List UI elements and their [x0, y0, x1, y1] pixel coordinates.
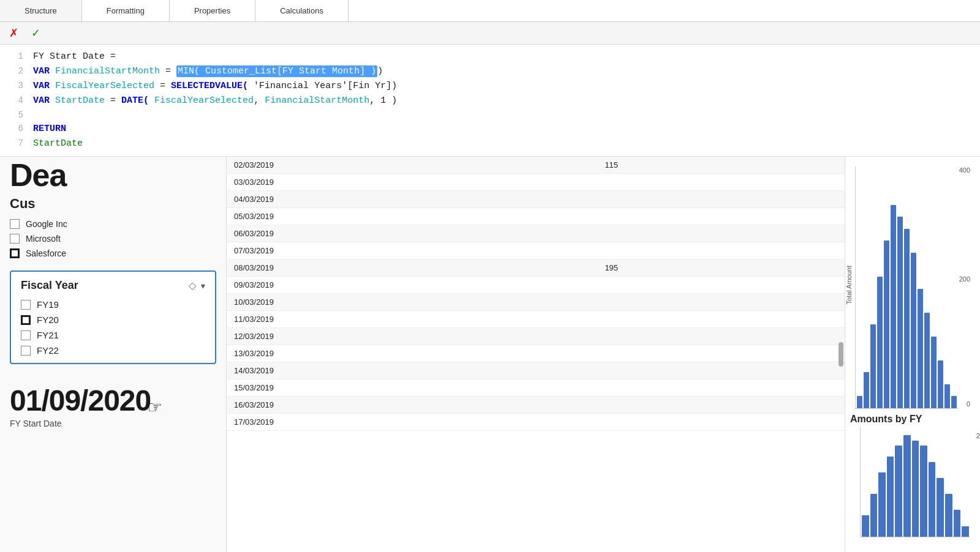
chart-bar-3: [877, 277, 883, 408]
date-cell: 15/03/2019: [227, 379, 597, 397]
code-line-content-4: VAR StartDate = DATE( FiscalYearSelected…: [33, 94, 975, 108]
diamond-icon[interactable]: ◇: [189, 280, 196, 291]
nav-structure[interactable]: Structure: [0, 0, 82, 21]
amount-cell: [597, 225, 845, 242]
fy-checkbox[interactable]: [21, 346, 31, 356]
table-row: 03/03/2019: [227, 174, 845, 191]
fiscal-year-card: Fiscal Year ◇ ▾ FY19FY20FY21FY22: [10, 270, 216, 364]
amount-cell: 195: [597, 259, 845, 277]
fiscal-year-list: FY19FY20FY21FY22: [21, 299, 205, 356]
nav-properties[interactable]: Properties: [170, 0, 255, 21]
data-table: 02/03/201911503/03/201904/03/201905/03/2…: [227, 157, 845, 431]
customer-item[interactable]: Microsoft: [10, 231, 216, 246]
amount-cell: 115: [597, 157, 845, 174]
date-value: 01/09/2020: [10, 384, 216, 417]
chart-bar-2: [870, 324, 876, 408]
chart-bar-0: [857, 396, 862, 408]
fy-item[interactable]: FY19: [21, 299, 205, 310]
amount-cell: [597, 277, 845, 294]
table-row: 09/03/2019: [227, 277, 845, 294]
table-row: 11/03/2019: [227, 311, 845, 328]
bottom-chart-bar-7: [920, 446, 927, 537]
code-line-content-3: VAR FiscalYearSelected = SELECTEDVALUE( …: [33, 79, 975, 94]
chart-bar-13: [944, 384, 950, 408]
amount-cell: [597, 242, 845, 259]
bottom-chart-bar-0: [862, 515, 869, 537]
code-lines[interactable]: 1FY Start Date =2VAR FinancialStartMonth…: [0, 45, 980, 156]
amount-cell: [597, 345, 845, 362]
fy-checkbox[interactable]: [21, 300, 31, 310]
date-label: FY Start Date: [10, 419, 216, 428]
table-row: 05/03/2019: [227, 208, 845, 225]
y-tick-0: 0: [967, 400, 970, 408]
fy-checkbox[interactable]: [21, 315, 31, 325]
table-row: 12/03/2019: [227, 328, 845, 345]
fy-label: FY19: [37, 299, 59, 310]
customer-item[interactable]: Google Inc: [10, 217, 216, 231]
date-cell: 14/03/2019: [227, 362, 597, 379]
chart-bar-5: [891, 205, 896, 408]
deal-title: Dea: [0, 157, 226, 196]
bottom-chart-bar-3: [887, 457, 894, 537]
bar-chart: [855, 166, 958, 409]
y-tick-400: 400: [959, 166, 970, 174]
fy-label: FY22: [37, 345, 59, 356]
middle-panel: 02/03/201911503/03/201904/03/201905/03/2…: [227, 157, 845, 552]
fy-item[interactable]: FY20: [21, 315, 205, 325]
date-cell: 09/03/2019: [227, 277, 597, 294]
date-cell: 04/03/2019: [227, 191, 597, 208]
amount-cell: [597, 397, 845, 414]
customer-label: Cus: [10, 196, 216, 212]
customer-section: Cus Google IncMicrosoftSalesforce: [0, 196, 226, 261]
table-row: 08/03/2019195: [227, 259, 845, 277]
date-cell: 12/03/2019: [227, 328, 597, 345]
code-line-content-6: RETURN: [33, 122, 975, 136]
customer-name: Microsoft: [26, 234, 61, 244]
bottom-chart-bar-5: [903, 435, 911, 537]
bottom-y-label: 200: [976, 432, 980, 439]
chart-bottom-bars: 200: [860, 427, 970, 537]
fy-item[interactable]: FY21: [21, 330, 205, 340]
code-line-6: 6RETURN: [0, 122, 980, 136]
code-line-4: 4VAR StartDate = DATE( FiscalYearSelecte…: [0, 94, 980, 108]
date-cell: 03/03/2019: [227, 174, 597, 191]
amount-cell: [597, 414, 845, 431]
fy-item[interactable]: FY22: [21, 345, 205, 356]
top-nav: Structure Formatting Properties Calculat…: [0, 0, 980, 22]
bottom-chart-bar-10: [945, 494, 952, 537]
code-line-content-2: VAR FinancialStartMonth = MIN( Customer_…: [33, 64, 975, 79]
date-cell: 06/03/2019: [227, 225, 597, 242]
bottom-chart-bar-2: [878, 472, 886, 537]
editor-toolbar: ✗ ✓: [0, 22, 980, 45]
chart-bar-10: [924, 313, 930, 408]
bottom-chart-bar-6: [912, 441, 919, 537]
chart-bar-12: [938, 360, 943, 408]
bottom-chart-bar-9: [937, 478, 944, 537]
code-line-5: 5: [0, 108, 980, 122]
chart-bar-8: [911, 253, 916, 408]
code-line-7: 7StartDate: [0, 136, 980, 151]
nav-formatting[interactable]: Formatting: [82, 0, 170, 21]
chart-bar-9: [918, 289, 923, 409]
amount-cell: [597, 379, 845, 397]
fy-label: FY21: [37, 330, 59, 340]
fy-checkbox[interactable]: [21, 330, 31, 340]
chevron-down-icon[interactable]: ▾: [201, 281, 205, 291]
amount-cell: [597, 328, 845, 345]
bottom-chart-bar-11: [954, 510, 961, 537]
scroll-indicator: [839, 342, 843, 367]
confirm-button[interactable]: ✓: [27, 24, 44, 42]
table-row: 02/03/2019115: [227, 157, 845, 174]
customer-checkbox[interactable]: [10, 234, 20, 244]
code-line-content-7: StartDate: [33, 136, 975, 151]
date-cell: 07/03/2019: [227, 242, 597, 259]
customer-item[interactable]: Salesforce: [10, 246, 216, 261]
chart-bar-1: [864, 372, 869, 408]
nav-calculations[interactable]: Calculations: [255, 0, 349, 21]
cancel-button[interactable]: ✗: [5, 24, 22, 42]
table-row: 17/03/2019: [227, 414, 845, 431]
customer-checkbox[interactable]: [10, 219, 20, 229]
date-cell: 16/03/2019: [227, 397, 597, 414]
customer-checkbox[interactable]: [10, 248, 20, 258]
chart-bar-6: [897, 217, 903, 408]
